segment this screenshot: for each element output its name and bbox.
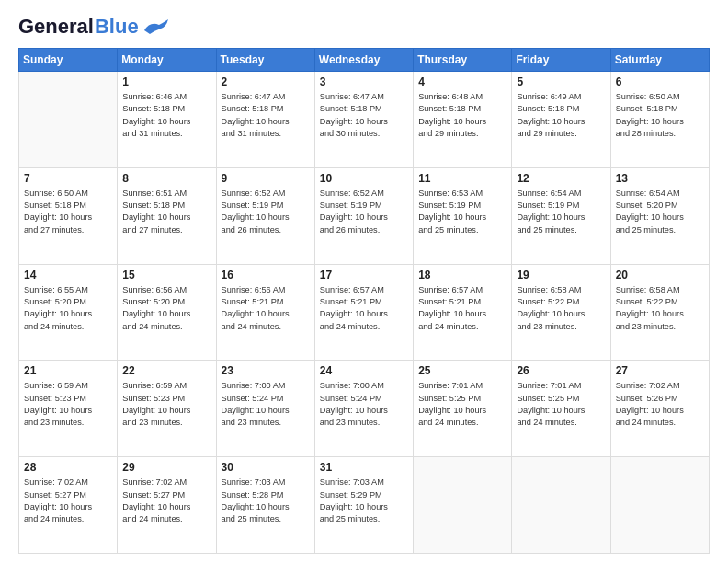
- day-info: Sunrise: 6:55 AMSunset: 5:20 PMDaylight:…: [24, 284, 112, 333]
- day-info: Sunrise: 7:03 AMSunset: 5:29 PMDaylight:…: [320, 477, 408, 525]
- day-number: 4: [418, 75, 506, 88]
- day-info: Sunrise: 6:52 AMSunset: 5:19 PMDaylight:…: [222, 188, 310, 236]
- weekday-header-row: SundayMondayTuesdayWednesdayThursdayFrid…: [19, 49, 710, 72]
- day-info: Sunrise: 6:53 AMSunset: 5:19 PMDaylight:…: [418, 188, 506, 236]
- calendar-week-3: 14Sunrise: 6:55 AMSunset: 5:20 PMDayligh…: [19, 264, 710, 361]
- calendar-table: SundayMondayTuesdayWednesdayThursdayFrid…: [18, 48, 710, 554]
- day-number: 10: [320, 172, 408, 185]
- day-info: Sunrise: 6:57 AMSunset: 5:21 PMDaylight:…: [418, 284, 506, 333]
- day-number: 9: [222, 172, 310, 185]
- day-info: Sunrise: 6:47 AMSunset: 5:18 PMDaylight:…: [222, 91, 310, 140]
- calendar-cell: 4Sunrise: 6:48 AMSunset: 5:18 PMDaylight…: [414, 72, 512, 168]
- calendar-cell: [610, 457, 709, 554]
- calendar-cell: 18Sunrise: 6:57 AMSunset: 5:21 PMDayligh…: [414, 264, 512, 361]
- calendar-week-2: 7Sunrise: 6:50 AMSunset: 5:18 PMDaylight…: [19, 167, 710, 264]
- day-number: 14: [24, 269, 112, 282]
- calendar-week-1: 1Sunrise: 6:46 AMSunset: 5:18 PMDaylight…: [19, 72, 710, 168]
- day-number: 12: [517, 172, 605, 185]
- calendar-cell: [414, 457, 512, 554]
- day-info: Sunrise: 6:48 AMSunset: 5:18 PMDaylight:…: [418, 91, 506, 140]
- day-number: 3: [320, 75, 408, 88]
- day-info: Sunrise: 6:59 AMSunset: 5:23 PMDaylight:…: [24, 380, 112, 429]
- calendar-cell: 1Sunrise: 6:46 AMSunset: 5:18 PMDaylight…: [118, 72, 216, 168]
- day-number: 2: [222, 75, 310, 88]
- calendar-cell: 31Sunrise: 7:03 AMSunset: 5:29 PMDayligh…: [314, 457, 413, 554]
- day-info: Sunrise: 6:56 AMSunset: 5:20 PMDaylight:…: [122, 284, 210, 333]
- day-info: Sunrise: 6:54 AMSunset: 5:19 PMDaylight:…: [517, 188, 605, 236]
- day-info: Sunrise: 6:58 AMSunset: 5:22 PMDaylight:…: [517, 284, 605, 333]
- calendar-cell: 28Sunrise: 7:02 AMSunset: 5:27 PMDayligh…: [19, 457, 118, 554]
- calendar-cell: 8Sunrise: 6:51 AMSunset: 5:18 PMDaylight…: [118, 167, 216, 264]
- calendar-cell: 7Sunrise: 6:50 AMSunset: 5:18 PMDaylight…: [19, 167, 118, 264]
- calendar-cell: 25Sunrise: 7:01 AMSunset: 5:25 PMDayligh…: [414, 361, 512, 457]
- day-number: 11: [418, 172, 506, 185]
- day-info: Sunrise: 6:56 AMSunset: 5:21 PMDaylight:…: [222, 284, 310, 333]
- day-number: 29: [122, 461, 210, 474]
- day-number: 27: [616, 364, 704, 377]
- day-number: 19: [517, 269, 605, 282]
- calendar-cell: 23Sunrise: 7:00 AMSunset: 5:24 PMDayligh…: [216, 361, 314, 457]
- calendar-cell: 15Sunrise: 6:56 AMSunset: 5:20 PMDayligh…: [118, 264, 216, 361]
- calendar-cell: 3Sunrise: 6:47 AMSunset: 5:18 PMDaylight…: [314, 72, 413, 168]
- calendar-cell: 16Sunrise: 6:56 AMSunset: 5:21 PMDayligh…: [216, 264, 314, 361]
- day-number: 16: [222, 269, 310, 282]
- calendar-cell: 11Sunrise: 6:53 AMSunset: 5:19 PMDayligh…: [414, 167, 512, 264]
- calendar-cell: 2Sunrise: 6:47 AMSunset: 5:18 PMDaylight…: [216, 72, 314, 168]
- calendar-cell: 30Sunrise: 7:03 AMSunset: 5:28 PMDayligh…: [216, 457, 314, 554]
- day-number: 17: [320, 269, 408, 282]
- weekday-header-wednesday: Wednesday: [314, 49, 413, 72]
- day-number: 23: [222, 364, 310, 377]
- logo: General Blue: [18, 15, 172, 39]
- day-info: Sunrise: 6:49 AMSunset: 5:18 PMDaylight:…: [517, 91, 605, 140]
- calendar-cell: 6Sunrise: 6:50 AMSunset: 5:18 PMDaylight…: [610, 72, 709, 168]
- calendar-cell: 20Sunrise: 6:58 AMSunset: 5:22 PMDayligh…: [610, 264, 709, 361]
- day-info: Sunrise: 6:52 AMSunset: 5:19 PMDaylight:…: [320, 188, 408, 236]
- logo-blue: Blue: [95, 15, 139, 39]
- day-info: Sunrise: 7:02 AMSunset: 5:27 PMDaylight:…: [122, 477, 210, 525]
- calendar-cell: 29Sunrise: 7:02 AMSunset: 5:27 PMDayligh…: [118, 457, 216, 554]
- calendar-cell: 24Sunrise: 7:00 AMSunset: 5:24 PMDayligh…: [314, 361, 413, 457]
- day-info: Sunrise: 6:47 AMSunset: 5:18 PMDaylight:…: [320, 91, 408, 140]
- day-info: Sunrise: 6:57 AMSunset: 5:21 PMDaylight:…: [320, 284, 408, 333]
- calendar-cell: 26Sunrise: 7:01 AMSunset: 5:25 PMDayligh…: [512, 361, 610, 457]
- day-number: 31: [320, 461, 408, 474]
- calendar-week-5: 28Sunrise: 7:02 AMSunset: 5:27 PMDayligh…: [19, 457, 710, 554]
- day-number: 20: [616, 269, 704, 282]
- calendar-cell: 10Sunrise: 6:52 AMSunset: 5:19 PMDayligh…: [314, 167, 413, 264]
- header: General Blue: [18, 15, 710, 39]
- weekday-header-friday: Friday: [512, 49, 610, 72]
- day-number: 8: [122, 172, 210, 185]
- day-number: 7: [24, 172, 112, 185]
- day-info: Sunrise: 7:00 AMSunset: 5:24 PMDaylight:…: [222, 380, 310, 429]
- page: General Blue SundayMondayTuesdayWednesda…: [0, 0, 728, 563]
- calendar-cell: 14Sunrise: 6:55 AMSunset: 5:20 PMDayligh…: [19, 264, 118, 361]
- day-number: 22: [122, 364, 210, 377]
- day-number: 25: [418, 364, 506, 377]
- day-number: 15: [122, 269, 210, 282]
- day-number: 24: [320, 364, 408, 377]
- calendar-week-4: 21Sunrise: 6:59 AMSunset: 5:23 PMDayligh…: [19, 361, 710, 457]
- calendar-cell: 17Sunrise: 6:57 AMSunset: 5:21 PMDayligh…: [314, 264, 413, 361]
- day-info: Sunrise: 7:01 AMSunset: 5:25 PMDaylight:…: [517, 380, 605, 429]
- day-info: Sunrise: 6:59 AMSunset: 5:23 PMDaylight:…: [122, 380, 210, 429]
- day-info: Sunrise: 7:03 AMSunset: 5:28 PMDaylight:…: [222, 477, 310, 525]
- day-info: Sunrise: 6:50 AMSunset: 5:18 PMDaylight:…: [24, 188, 112, 236]
- day-info: Sunrise: 7:01 AMSunset: 5:25 PMDaylight:…: [418, 380, 506, 429]
- day-number: 6: [616, 75, 704, 88]
- calendar-cell: [19, 72, 118, 168]
- weekday-header-thursday: Thursday: [414, 49, 512, 72]
- day-info: Sunrise: 6:46 AMSunset: 5:18 PMDaylight:…: [122, 91, 210, 140]
- weekday-header-sunday: Sunday: [19, 49, 118, 72]
- day-number: 30: [222, 461, 310, 474]
- calendar-cell: 13Sunrise: 6:54 AMSunset: 5:20 PMDayligh…: [610, 167, 709, 264]
- day-number: 21: [24, 364, 112, 377]
- day-info: Sunrise: 6:54 AMSunset: 5:20 PMDaylight:…: [616, 188, 704, 236]
- day-number: 5: [517, 75, 605, 88]
- calendar-cell: 19Sunrise: 6:58 AMSunset: 5:22 PMDayligh…: [512, 264, 610, 361]
- day-info: Sunrise: 6:58 AMSunset: 5:22 PMDaylight:…: [616, 284, 704, 333]
- calendar-cell: 21Sunrise: 6:59 AMSunset: 5:23 PMDayligh…: [19, 361, 118, 457]
- day-number: 18: [418, 269, 506, 282]
- day-info: Sunrise: 6:51 AMSunset: 5:18 PMDaylight:…: [122, 188, 210, 236]
- day-info: Sunrise: 7:00 AMSunset: 5:24 PMDaylight:…: [320, 380, 408, 429]
- day-number: 1: [122, 75, 210, 88]
